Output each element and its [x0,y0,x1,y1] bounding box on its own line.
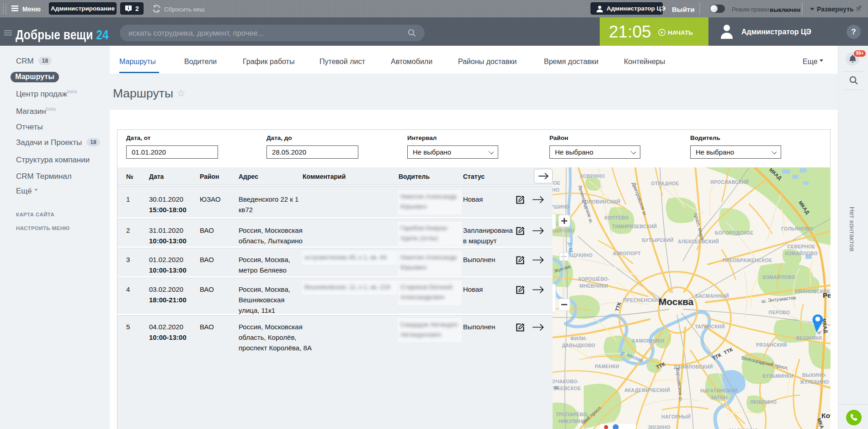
svg-text:НАГОРНЫЙ: НАГОРНЫЙ [661,414,691,419]
svg-text:ТИМИРЯЗЕВСКИЙ: ТИМИРЯЗЕВСКИЙ [612,224,657,229]
svg-text:ГОЛЬЯНОВО: ГОЛЬЯНОВО [781,226,813,231]
svg-text:Кот: Кот [821,412,831,419]
svg-text:АЭРОПОРТ: АЭРОПОРТ [612,251,641,256]
svg-text:ЯРОСЛАВСКИЙ: ЯРОСЛАВСКИЙ [710,179,749,185]
svg-text:АКАДЕМИЧЕСКИЙ: АКАДЕМИЧЕСКИЙ [624,387,670,393]
svg-text:ИЗМАЙЛОВО: ИЗМАЙЛОВО [785,251,818,256]
svg-text:БУТЫРСКИЙ: БУТЫРСКИЙ [642,237,673,243]
svg-text:ПРЕОБРАЖЕНСКОЕ: ПРЕОБРАЖЕНСКОЕ [723,257,772,263]
svg-text:ТУШИНО: ТУШИНО [553,204,570,209]
svg-text:ХАМОВНИКИ: ХАМОВНИКИ [632,338,665,343]
svg-text:ВЕШНЯКИ: ВЕШНЯКИ [796,335,822,341]
svg-text:ЗАТОН: ЗАТОН [710,395,727,400]
svg-text:РЯЗАНСКИЙ: РЯЗАНСКИЙ [756,342,787,348]
svg-text:ХОРОШЁВО-: ХОРОШЁВО- [578,276,609,282]
svg-text:ЗЮЗИНО: ЗЮЗИНО [648,424,670,429]
svg-text:ИНО: ИНО [553,187,559,193]
svg-text:ТРОПАРЁВО-: ТРОПАРЁВО- [556,412,589,417]
svg-text:БОГОРОДСКОЕ: БОГОРОДСКОЕ [715,230,754,236]
svg-text:НОЕ: НОЕ [553,180,560,186]
svg-text:ЛЮБЛИНО: ЛЮБЛИНО [750,399,777,405]
svg-text:НАГАТИНСКИЙ: НАГАТИНСКИЙ [700,388,737,393]
svg-text:МНЁВНИКИ: МНЁВНИКИ [580,283,608,289]
svg-text:ВЫХИНО-: ВЫХИНО- [802,372,827,378]
svg-text:ПРЕСНЕНСКИЙ: ПРЕСНЕНСКИЙ [623,297,661,303]
svg-text:Москва: Москва [659,296,694,307]
svg-text:ФИЛИ-: ФИЛИ- [570,336,587,341]
svg-text:Ре: Ре [823,291,831,299]
svg-text:ИЗМАЙЛОВО: ИЗМАЙЛОВО [762,274,795,280]
svg-text:КОПТЕВО: КОПТЕВО [604,215,628,220]
svg-text:ТАГАНСКИЙ: ТАГАНСКИЙ [695,324,725,329]
svg-text:ОЧАКОВО-: ОЧАКОВО- [553,379,579,384]
svg-text:КУЗЬМИНКИ: КУЗЬМИНКИ [762,373,793,379]
svg-text:БАСМАННЫЙ: БАСМАННЫЙ [695,293,729,299]
svg-text:РАМЕНКИ: РАМЕНКИ [595,364,619,369]
svg-text:СЕВЕРНОЕ: СЕВЕРНОЕ [787,244,815,249]
svg-text:ПЕРОВО: ПЕРОВО [769,310,790,315]
svg-text:ЖУЛЕБИНО: ЖУЛЕБИНО [799,379,829,385]
svg-text:ОТРАДНОЕ: ОТРАДНОЕ [651,181,679,186]
svg-text:ш.: ш. [554,384,559,390]
svg-text:ДАВЫДКОВО: ДАВЫДКОВО [562,343,595,348]
svg-text:АЛЕКСЕЕВСКИЙ: АЛЕКСЕЕВСКИЙ [678,239,719,244]
svg-text:ХОВРИНО: ХОВРИНО [580,173,605,179]
